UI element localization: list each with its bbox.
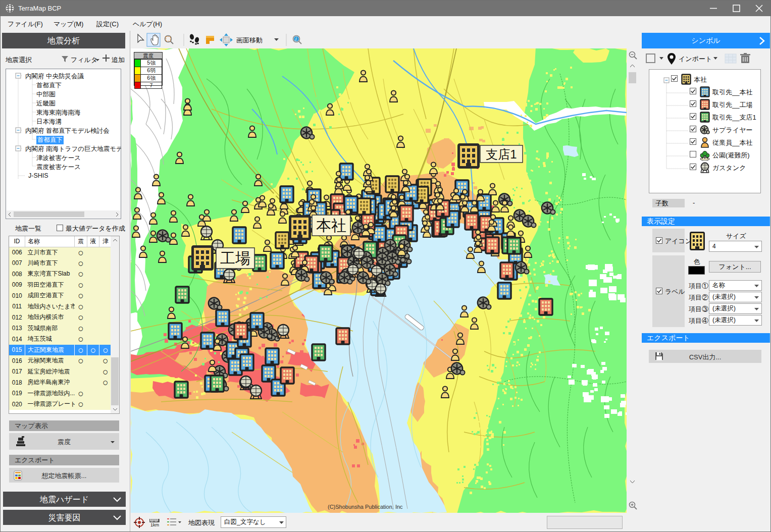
svg-text:(C)Shobunsha Publication, Inc: (C)Shobunsha Publication, Inc	[328, 504, 403, 510]
svg-text:工場: 工場	[220, 250, 250, 267]
svg-text:本社: 本社	[316, 217, 346, 234]
svg-text:1km: 1km	[150, 522, 159, 527]
svg-text:支店1: 支店1	[486, 147, 517, 161]
svg-text:インポート: インポート	[679, 55, 712, 63]
svg-text:画面移動: 画面移動	[236, 36, 263, 44]
